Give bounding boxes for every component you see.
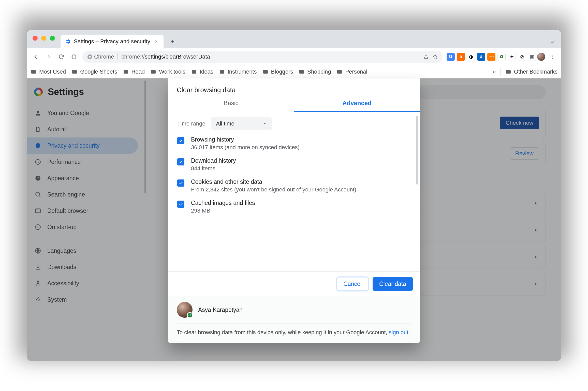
tab-strip: Settings – Privacy and security xyxy=(27,30,561,48)
user-name: Asya Karapetyan xyxy=(198,306,243,313)
dialog-footnote: To clear browsing data from this device … xyxy=(177,328,411,337)
share-icon[interactable] xyxy=(423,54,429,60)
bookmarks-bar: Most UsedGoogle SheetsReadWork toolsIdea… xyxy=(27,65,561,78)
extension-icon[interactable]: a xyxy=(457,53,465,61)
extension-icon[interactable]: ⊘ xyxy=(518,53,526,61)
option-subtitle: 293 MB xyxy=(191,207,255,214)
home-button[interactable] xyxy=(68,51,80,63)
bookmark-label: Most Used xyxy=(39,68,66,75)
bookmark-label: Read xyxy=(131,68,145,75)
extension-icon[interactable]: ⁓ xyxy=(487,53,495,61)
folder-icon xyxy=(191,69,197,75)
checkbox-icon[interactable] xyxy=(177,179,184,187)
time-range-row: Time range All time xyxy=(177,117,411,130)
site-chip: Chrome xyxy=(87,53,114,60)
dialog-scrollbar[interactable] xyxy=(416,116,418,185)
extension-icon[interactable]: ▣ xyxy=(528,53,536,61)
clear-data-button[interactable]: Clear data xyxy=(373,277,413,291)
omnibox[interactable]: Chrome chrome://settings/clearBrowserDat… xyxy=(82,51,443,63)
minimize-window-icon[interactable] xyxy=(41,36,46,41)
bookmark-star-icon[interactable] xyxy=(432,54,438,60)
clear-option[interactable]: Cached images and files293 MB xyxy=(177,200,411,214)
new-tab-button[interactable] xyxy=(167,36,178,47)
svg-point-4 xyxy=(552,58,553,59)
tab-overflow-icon[interactable] xyxy=(549,39,555,45)
fullscreen-window-icon[interactable] xyxy=(50,36,55,41)
svg-point-3 xyxy=(552,56,553,57)
bookmark-folder[interactable]: Ideas xyxy=(191,68,213,75)
user-avatar-icon: ⟳ xyxy=(177,302,193,318)
cancel-button[interactable]: Cancel xyxy=(337,277,368,291)
bookmark-label: Ideas xyxy=(200,68,213,75)
window-controls xyxy=(33,36,55,41)
checkbox-icon[interactable] xyxy=(177,158,184,165)
tab-basic[interactable]: Basic xyxy=(168,95,294,112)
checkbox-icon[interactable] xyxy=(177,137,184,144)
kebab-menu-icon[interactable] xyxy=(546,51,558,63)
bookmark-label: Shopping xyxy=(307,68,331,75)
clear-option[interactable]: Browsing history36,017 items (and more o… xyxy=(177,136,411,151)
bookmark-folder[interactable]: Shopping xyxy=(299,68,331,75)
site-chip-label: Chrome xyxy=(94,53,114,60)
dialog-actions: Cancel Clear data xyxy=(168,272,420,296)
extensions-row: Ga◑a⁓♻✦⊘▣ xyxy=(445,53,536,61)
forward-button[interactable] xyxy=(43,51,54,63)
bookmark-folder[interactable]: Bloggers xyxy=(262,68,293,75)
option-subtitle: From 2,342 sites (you won't be signed ou… xyxy=(191,186,356,193)
sync-badge-icon: ⟳ xyxy=(187,312,193,318)
bookmark-folder[interactable]: Read xyxy=(123,68,145,75)
dialog-tabs: Basic Advanced xyxy=(168,95,420,112)
tab-advanced[interactable]: Advanced xyxy=(294,95,420,112)
caret-down-icon xyxy=(262,121,267,126)
sign-out-link[interactable]: sign out xyxy=(389,329,408,336)
svg-point-1 xyxy=(89,56,91,58)
bookmark-folder[interactable]: Google Sheets xyxy=(71,68,117,75)
extension-icon[interactable]: ◑ xyxy=(467,53,475,61)
bookmark-label: Instruments xyxy=(228,68,257,75)
bookmark-folder[interactable]: Work tools xyxy=(150,68,185,75)
content-area: Settings You and GoogleAuto-fillPrivacy … xyxy=(27,78,561,361)
reload-button[interactable] xyxy=(55,51,67,63)
folder-icon xyxy=(31,69,37,75)
other-bookmarks[interactable]: Other Bookmarks xyxy=(505,68,557,75)
profile-avatar-icon[interactable] xyxy=(537,53,545,61)
gear-icon xyxy=(65,39,71,44)
bookmark-folder[interactable]: Most Used xyxy=(31,68,66,75)
browser-tab[interactable]: Settings – Privacy and security xyxy=(61,35,164,48)
extension-icon[interactable]: a xyxy=(477,53,485,61)
bookmark-folder[interactable]: Instruments xyxy=(219,68,257,75)
time-range-value: All time xyxy=(216,120,234,127)
close-window-icon[interactable] xyxy=(33,36,38,41)
extension-icon[interactable]: ✦ xyxy=(508,53,516,61)
bookmark-folder[interactable]: Personal xyxy=(336,68,367,75)
other-bookmarks-label: Other Bookmarks xyxy=(514,68,557,75)
option-title: Browsing history xyxy=(191,136,300,143)
folder-icon xyxy=(123,69,129,75)
omnibox-url: chrome://settings/clearBrowserData xyxy=(121,53,210,60)
tab-title: Settings – Privacy and security xyxy=(74,38,150,45)
option-title: Download history xyxy=(191,157,236,164)
browser-window: Settings – Privacy and security xyxy=(27,30,561,361)
folder-icon xyxy=(150,69,156,75)
folder-icon xyxy=(71,69,78,75)
option-title: Cached images and files xyxy=(191,200,255,206)
clear-option[interactable]: Download history844 items xyxy=(177,157,411,172)
checkbox-icon[interactable] xyxy=(177,201,184,208)
omnibox-separator xyxy=(117,53,118,60)
svg-point-2 xyxy=(552,54,553,55)
folder-icon xyxy=(219,69,225,75)
extension-icon[interactable]: G xyxy=(447,53,455,61)
toolbar: Chrome chrome://settings/clearBrowserDat… xyxy=(27,48,561,65)
back-button[interactable] xyxy=(30,51,42,63)
bookmarks-overflow-icon[interactable]: » xyxy=(493,68,496,75)
option-title: Cookies and other site data xyxy=(191,178,356,185)
time-range-select[interactable]: All time xyxy=(211,117,271,130)
extension-icon[interactable]: ♻ xyxy=(497,53,506,61)
dialog-footer: ⟳ Asya Karapetyan To clear browsing data… xyxy=(168,296,420,343)
folder-icon xyxy=(262,69,269,75)
clear-browsing-data-dialog: Clear browsing data Basic Advanced Time … xyxy=(168,78,420,343)
clear-option[interactable]: Cookies and other site dataFrom 2,342 si… xyxy=(177,178,411,193)
close-tab-icon[interactable] xyxy=(153,39,159,44)
option-subtitle: 844 items xyxy=(191,165,236,172)
bookmark-label: Work tools xyxy=(159,68,185,75)
